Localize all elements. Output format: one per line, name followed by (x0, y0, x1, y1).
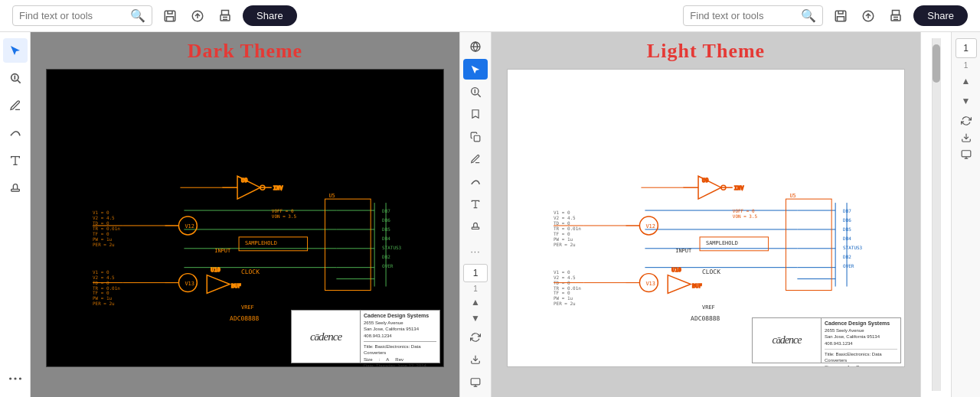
right-print-button[interactable] (886, 6, 906, 26)
right-search-input[interactable] (690, 10, 797, 21)
dark-theme-title: Dark Theme (188, 32, 302, 69)
sidebar-text-tool[interactable] (3, 148, 28, 173)
svg-text:CLOCK: CLOCK (241, 268, 260, 275)
right-scroll-down[interactable]: ▼ (959, 93, 974, 109)
page-total-label: 1 (473, 285, 478, 293)
left-toolbar-section: 🔍 Share (12, 5, 297, 26)
svg-text:STATUS3: STATUS3 (843, 245, 863, 250)
svg-text:BUF: BUF (231, 283, 241, 289)
right-canvas-area: Light Theme (492, 32, 920, 397)
svg-text:V13: V13 (645, 281, 655, 287)
svg-text:TF = 0: TF = 0 (93, 231, 109, 236)
svg-text:SAMPLEHOLD: SAMPLEHOLD (245, 240, 277, 246)
left-print-button[interactable] (215, 6, 235, 26)
dark-schematic: U9 INV BUF U10 CLOCK SAMPLEHOLD VREF (46, 69, 444, 367)
svg-text:DB5: DB5 (382, 226, 390, 232)
mid-globe-icon[interactable] (463, 37, 488, 57)
mid-curve-icon[interactable] (463, 171, 488, 191)
right-search-box[interactable]: 🔍 (683, 5, 823, 26)
mid-bookmark-icon[interactable] (463, 104, 488, 124)
scroll-down-button[interactable]: ▼ (463, 311, 488, 325)
svg-text:DB5: DB5 (843, 226, 851, 232)
svg-text:V12: V12 (645, 223, 655, 229)
svg-text:V13: V13 (185, 281, 194, 287)
right-tool-icon[interactable] (961, 149, 972, 163)
svg-text:V1 = 0: V1 = 0 (554, 210, 570, 215)
svg-point-14 (9, 377, 11, 379)
mid-download-icon[interactable] (463, 350, 488, 369)
cadence-logo-light: cādence (753, 318, 822, 363)
mid-zoom-in-icon[interactable] (463, 82, 488, 102)
mid-more-icon[interactable]: ··· (463, 242, 488, 262)
svg-text:TR = 0.01n: TR = 0.01n (93, 285, 120, 291)
svg-text:PER = 2u: PER = 2u (554, 242, 576, 247)
right-download-icon[interactable] (961, 132, 972, 146)
right-sidebar (920, 32, 951, 397)
sidebar-more-button[interactable] (3, 366, 28, 391)
left-share-button[interactable]: Share (243, 5, 297, 26)
svg-text:PER = 2u: PER = 2u (93, 242, 115, 247)
right-toolbar-section: 🔍 Share (683, 5, 968, 26)
left-search-input[interactable] (19, 10, 126, 21)
left-upload-button[interactable] (188, 6, 207, 26)
svg-text:DB6: DB6 (382, 217, 390, 223)
mid-copy-icon[interactable] (463, 127, 488, 147)
svg-text:DB4: DB4 (382, 236, 390, 241)
svg-text:PW = 1u: PW = 1u (93, 295, 113, 301)
sidebar-cursor-tool[interactable] (3, 38, 28, 63)
cadence-info-dark: Cadence Design Systems 2655 Seely Avenue… (361, 311, 439, 363)
svg-text:ADC08888: ADC08888 (691, 315, 720, 322)
right-scroll-up[interactable]: ▲ (959, 73, 974, 89)
mid-terminal-icon[interactable] (463, 373, 488, 392)
right-page-number: 1 (956, 38, 977, 58)
svg-text:V1 = 0: V1 = 0 (93, 269, 109, 275)
mid-stamp-icon[interactable] (463, 216, 488, 236)
svg-text:U9: U9 (241, 177, 247, 184)
sidebar-stamp-tool[interactable] (3, 176, 28, 200)
svg-text:U10: U10 (211, 267, 220, 273)
svg-text:V2 = 4.5: V2 = 4.5 (554, 275, 576, 280)
svg-text:DB6: DB6 (843, 217, 851, 223)
svg-text:TR = 0.01n: TR = 0.01n (554, 285, 581, 291)
svg-text:TD = 0: TD = 0 (93, 220, 109, 226)
main-content: Dark Theme (0, 32, 980, 397)
svg-rect-6 (893, 10, 900, 15)
svg-rect-90 (471, 379, 480, 385)
svg-text:BUF: BUF (692, 283, 702, 289)
svg-rect-13 (11, 189, 19, 191)
svg-text:PW = 1u: PW = 1u (93, 236, 113, 242)
svg-text:DB4: DB4 (843, 236, 851, 241)
right-refresh-icon[interactable] (961, 116, 972, 129)
svg-text:TD = 0: TD = 0 (554, 220, 570, 226)
right-search-icon: 🔍 (801, 8, 816, 23)
mid-pen-icon[interactable] (463, 149, 488, 169)
cadence-titleblock-dark: cādence Cadence Design Systems 2655 Seel… (291, 310, 440, 363)
left-search-box[interactable]: 🔍 (12, 5, 152, 26)
svg-text:PW = 1u: PW = 1u (554, 295, 573, 301)
svg-text:PER = 2u: PER = 2u (554, 301, 576, 306)
left-save-button[interactable] (160, 6, 180, 26)
sidebar-curve-tool[interactable] (3, 121, 28, 145)
svg-text:DB7: DB7 (382, 208, 390, 213)
mid-refresh-icon[interactable] (463, 327, 488, 347)
svg-point-15 (14, 377, 16, 379)
cadence-titleblock-light: cādence Cadence Design Systems 2655 Seel… (752, 317, 901, 363)
svg-text:V2 = 4.5: V2 = 4.5 (93, 215, 115, 220)
svg-text:INV: INV (273, 185, 283, 191)
right-save-button[interactable] (831, 6, 851, 26)
svg-text:VREF: VREF (241, 304, 254, 311)
mid-cursor-icon[interactable] (463, 59, 488, 79)
sidebar-pen-tool[interactable] (3, 93, 28, 118)
right-upload-button[interactable] (858, 6, 878, 26)
svg-text:TD = 0: TD = 0 (554, 280, 570, 285)
svg-text:VON = 3.5: VON = 3.5 (272, 213, 297, 219)
right-share-button[interactable]: Share (913, 5, 968, 26)
scroll-up-button[interactable]: ▲ (463, 295, 488, 309)
svg-rect-157 (962, 151, 971, 157)
cadence-logo-dark: cādence (292, 311, 361, 363)
svg-text:OVER: OVER (843, 263, 854, 268)
mid-text-icon[interactable] (463, 194, 488, 214)
sidebar-zoom-tool[interactable] (3, 66, 28, 90)
svg-rect-85 (474, 135, 480, 142)
light-theme-title: Light Theme (647, 32, 765, 69)
